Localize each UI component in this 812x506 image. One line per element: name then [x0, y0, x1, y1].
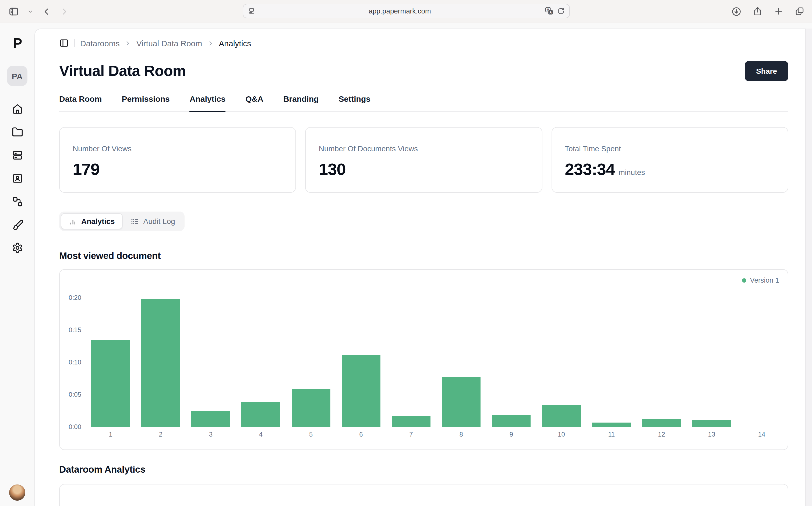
- stat-value: 233:34: [565, 160, 615, 179]
- y-tick-label: 0:20: [69, 294, 81, 302]
- tab-settings[interactable]: Settings: [339, 94, 371, 111]
- chart-bar-10[interactable]: [542, 405, 581, 427]
- reload-icon[interactable]: [557, 7, 565, 15]
- chart-bar-6[interactable]: [341, 354, 381, 427]
- tab-branding[interactable]: Branding: [283, 94, 319, 111]
- team-badge[interactable]: PA: [7, 66, 27, 86]
- stat-label: Number Of Documents Views: [319, 144, 529, 153]
- tab-data-room[interactable]: Data Room: [59, 94, 102, 111]
- chart-bar-slot: [436, 298, 486, 427]
- breadcrumb-virtual-data-room[interactable]: Virtual Data Room: [136, 38, 202, 48]
- stat-label: Total Time Spent: [565, 144, 775, 153]
- chart-bar-slot: [86, 298, 135, 427]
- tab-analytics[interactable]: Analytics: [190, 94, 225, 111]
- visitors-icon: [12, 173, 23, 184]
- chart-y-axis: 0:200:150:100:050:00: [60, 298, 85, 427]
- chart-bar-3[interactable]: [191, 411, 230, 427]
- tab-q-a[interactable]: Q&A: [245, 94, 264, 111]
- toggle-label: Audit Log: [143, 217, 175, 226]
- sidebar-item-branding[interactable]: [11, 218, 24, 231]
- translate-icon[interactable]: A A: [544, 6, 553, 16]
- dataroom-analytics-card: [59, 484, 788, 506]
- toggle-analytics[interactable]: Analytics: [61, 213, 123, 229]
- legend-label: Version 1: [750, 276, 779, 284]
- breadcrumb-datarooms[interactable]: Datarooms: [80, 38, 120, 48]
- chart-bar-slot: [536, 298, 586, 427]
- most-viewed-chart: Version 1 0:200:150:100:050:00 123456789…: [59, 269, 788, 450]
- chart-bar-4[interactable]: [241, 402, 280, 427]
- panel-left-icon[interactable]: [59, 38, 69, 48]
- view-toggle: AnalyticsAudit Log: [59, 212, 185, 231]
- chart-bar-9[interactable]: [492, 415, 531, 427]
- chart-legend: Version 1: [742, 276, 779, 284]
- list-icon: [131, 217, 139, 225]
- x-tick-label: 13: [687, 431, 737, 438]
- chart-bar-11[interactable]: [592, 422, 631, 427]
- x-tick-label: 6: [336, 431, 386, 438]
- tab-bar: Data RoomPermissionsAnalyticsQ&ABranding…: [59, 94, 788, 112]
- breadcrumb: DataroomsVirtual Data RoomAnalytics: [59, 36, 788, 50]
- tab-permissions[interactable]: Permissions: [122, 94, 170, 111]
- chart-bar-2[interactable]: [141, 299, 180, 427]
- sidebar-item-home[interactable]: [11, 102, 24, 115]
- chart-bar-7[interactable]: [392, 416, 430, 427]
- chart-bar-1[interactable]: [91, 340, 130, 427]
- stat-value-suffix: minutes: [619, 168, 645, 177]
- stat-value: 130: [319, 160, 346, 179]
- x-tick-label: 2: [135, 431, 186, 438]
- breadcrumb-analytics: Analytics: [219, 38, 251, 48]
- y-tick-label: 0:10: [69, 358, 81, 366]
- sidebar-item-visitors[interactable]: [11, 172, 24, 185]
- x-tick-label: 8: [436, 431, 486, 438]
- folder-icon: [12, 126, 23, 138]
- chart-bar-slot: [236, 298, 286, 427]
- chart-bar-slot: [587, 298, 636, 427]
- toggle-label: Analytics: [81, 217, 115, 226]
- sidebar-item-settings[interactable]: [11, 241, 24, 254]
- y-tick-label: 0:05: [69, 391, 81, 398]
- tab-overview-icon[interactable]: [795, 6, 804, 16]
- chart-bar-5[interactable]: [291, 389, 330, 427]
- y-tick-label: 0:00: [69, 423, 81, 431]
- chart-plot: [85, 298, 788, 427]
- page-title: Virtual Data Room: [59, 63, 186, 80]
- chart-bar-13[interactable]: [692, 420, 731, 427]
- address-bar[interactable]: app.papermark.com A A: [242, 4, 570, 18]
- papermark-logo: P: [13, 35, 22, 52]
- sidebar-toggle-icon[interactable]: [9, 6, 19, 16]
- chart-bar-slot: [486, 298, 536, 427]
- chart-bar-slot: [286, 298, 336, 427]
- back-button[interactable]: [42, 7, 51, 16]
- chart-bar-slot: [386, 298, 436, 427]
- sidebar-item-datarooms[interactable]: [11, 149, 24, 162]
- section-heading-most-viewed: Most viewed document: [59, 250, 788, 262]
- user-avatar[interactable]: [9, 485, 25, 501]
- x-tick-label: 12: [636, 431, 687, 438]
- scrollbar[interactable]: [805, 28, 812, 506]
- settings-gear-icon: [12, 242, 23, 253]
- forward-button[interactable]: [60, 7, 69, 16]
- sidebar-item-documents[interactable]: [11, 125, 24, 138]
- sidebar-chevron-down-icon[interactable]: [27, 8, 33, 14]
- sidebar-item-links[interactable]: [11, 195, 24, 208]
- chart-bar-12[interactable]: [642, 419, 681, 427]
- downloads-icon[interactable]: [731, 6, 741, 16]
- chart-bar-slot: [737, 298, 787, 427]
- share-button[interactable]: Share: [745, 61, 788, 81]
- chevron-right-icon: [207, 39, 214, 47]
- datarooms-icon: [12, 149, 23, 161]
- share-page-icon[interactable]: [753, 6, 763, 16]
- chart-bar-8[interactable]: [442, 377, 481, 427]
- stat-value: 179: [73, 160, 100, 179]
- chart-bar-slot: [687, 298, 737, 427]
- reader-view-icon[interactable]: [247, 7, 255, 15]
- branding-brush-icon: [12, 219, 23, 230]
- stat-label: Number Of Views: [73, 144, 283, 153]
- bar-chart-icon: [69, 217, 77, 225]
- new-tab-icon[interactable]: [774, 6, 784, 16]
- toggle-audit-log[interactable]: Audit Log: [123, 213, 183, 229]
- x-tick-label: 3: [186, 431, 236, 438]
- main-panel: DataroomsVirtual Data RoomAnalytics Virt…: [34, 28, 805, 506]
- browser-window: app.papermark.com A A: [0, 0, 812, 506]
- stat-card-number-of-documents-views: Number Of Documents Views130: [305, 127, 542, 193]
